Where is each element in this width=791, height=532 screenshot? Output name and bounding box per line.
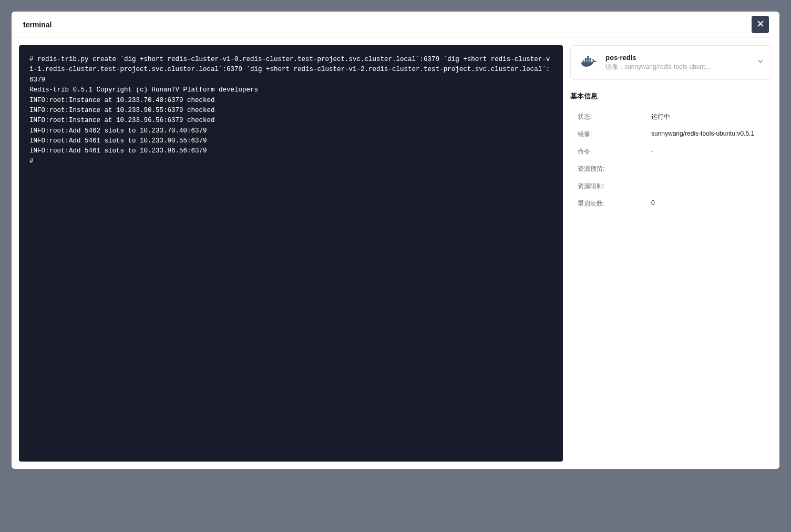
close-button[interactable] [752,16,769,33]
svg-rect-2 [583,60,585,63]
status-value: 运行中 [651,112,772,121]
info-row-restart-count: 重启次数: 0 [570,195,772,212]
info-label: 命令: [578,147,651,156]
basic-info-table: 状态: 运行中 镜像: sunnywang/redis-tools-ubuntu… [570,108,772,212]
svg-rect-8 [589,58,591,60]
info-row-status: 状态: 运行中 [570,108,772,126]
info-label: 状态: [578,112,651,121]
svg-rect-7 [587,58,589,60]
container-image-summary: 镜像：sunnywang/redis-tools-ubunt... [605,63,751,71]
terminal-output: # redis-trib.py create `dig +short redis… [29,55,552,167]
modal-title: terminal [23,21,52,29]
svg-rect-3 [585,60,587,63]
resource-limit-value [651,182,772,191]
resource-reserve-value [651,165,772,173]
basic-info-title: 基本信息 [570,91,772,101]
info-label: 资源预留: [578,165,651,173]
modal-body: # redis-trib.py create `dig +short redis… [12,38,779,469]
terminal-modal: terminal # redis-trib.py create `dig +sh… [12,12,779,469]
container-name: pos-redis [605,54,751,62]
info-row-image: 镜像: sunnywang/redis-tools-ubuntu:v0.5.1 [570,126,772,143]
sidebar: pos-redis 镜像：sunnywang/redis-tools-ubunt… [570,45,772,462]
svg-rect-6 [585,58,587,60]
image-value: sunnywang/redis-tools-ubuntu:v0.5.1 [651,130,772,139]
docker-icon [578,52,599,73]
close-icon [756,19,765,30]
svg-rect-4 [587,60,589,63]
container-selector[interactable]: pos-redis 镜像：sunnywang/redis-tools-ubunt… [570,45,772,80]
svg-rect-5 [589,60,591,63]
modal-header: terminal [12,12,779,38]
command-value: - [651,147,772,156]
info-label: 资源限制: [578,182,651,191]
chevron-down-icon [757,58,764,67]
info-row-resource-reserve: 资源预留: [570,160,772,178]
terminal-panel[interactable]: # redis-trib.py create `dig +short redis… [19,45,563,462]
info-row-resource-limit: 资源限制: [570,178,772,195]
svg-rect-9 [587,56,589,58]
restart-count-value: 0 [651,199,772,208]
container-info: pos-redis 镜像：sunnywang/redis-tools-ubunt… [605,54,751,71]
info-label: 镜像: [578,130,651,139]
info-label: 重启次数: [578,199,651,208]
info-row-command: 命令: - [570,143,772,160]
